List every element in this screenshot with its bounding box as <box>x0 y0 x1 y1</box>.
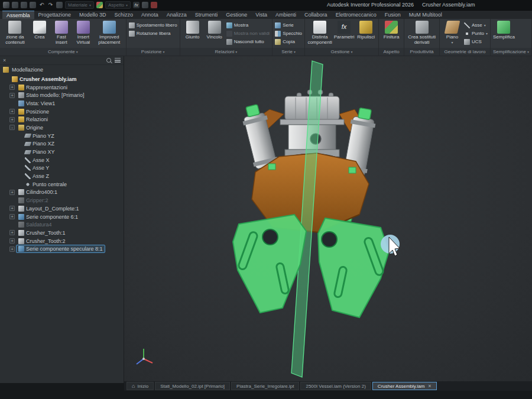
fast-insert-button[interactable]: Fast insert <box>51 20 72 45</box>
open-icon[interactable] <box>21 2 27 8</box>
crea-sostituti-derivati-button[interactable]: Crea sostituti derivati <box>407 20 437 45</box>
ribbon-tab-fusion[interactable]: Fusion <box>381 11 405 19</box>
nascondi-tutto-button[interactable]: Nascondi tutto <box>226 38 270 46</box>
tree-expander[interactable]: + <box>9 214 15 219</box>
tree-item[interactable]: +Serie componente speculare 8:1 <box>0 245 124 253</box>
insert-virtual-button[interactable]: Insert Virtual <box>73 20 93 45</box>
tree-item[interactable]: +Rappresentazioni <box>0 83 124 92</box>
tree-item[interactable]: Vista: View1 <box>0 99 124 108</box>
crea-button[interactable]: Crea <box>30 20 50 40</box>
tree-item-content[interactable]: Asse Y <box>23 164 51 171</box>
tree-item-content[interactable]: Serie componente 6:1 <box>17 213 80 220</box>
tree-item[interactable]: Asse X <box>0 156 124 164</box>
ribbon-tab-vista[interactable]: Vista <box>251 11 271 19</box>
vincolo-button[interactable]: Vincolo <box>205 20 225 40</box>
tree-item[interactable]: +Crusher_Tooth:2 <box>0 237 124 245</box>
tree-item[interactable]: Piano XZ <box>0 140 124 148</box>
ribbon-group-label-serie[interactable]: Serie▾ <box>273 48 304 56</box>
close-icon[interactable]: × <box>428 383 431 389</box>
tree-item-content[interactable]: Asse Z <box>23 173 51 180</box>
ucs-button[interactable]: UCS <box>464 38 488 46</box>
tree-item-content[interactable]: Cilindro400:1 <box>17 189 59 196</box>
material-dropdown[interactable]: Materiale ▾ <box>65 1 94 9</box>
tree-item-content[interactable]: Crusher_Tooth:2 <box>17 238 67 245</box>
ribbon-group-label-posizione[interactable]: Posizione▾ <box>126 48 180 56</box>
serie-button[interactable]: Serie <box>275 21 302 29</box>
tree-item-content[interactable]: Stato modello: [Primario] <box>17 92 86 99</box>
tree-item[interactable]: Piano XY <box>0 148 124 156</box>
tree-item[interactable]: +Relazioni <box>0 115 124 124</box>
tree-expander[interactable]: - <box>9 125 15 130</box>
screencast-icon[interactable] <box>151 2 157 8</box>
tree-item-content[interactable]: Crusher_Tooth:1 <box>17 229 67 236</box>
tree-item[interactable]: Crusher Assembly.iam <box>0 75 124 83</box>
tree-expander[interactable]: + <box>9 246 15 252</box>
tree-item[interactable]: Piano YZ <box>0 132 124 140</box>
undo-icon[interactable]: ↶ <box>38 2 45 8</box>
giunto-button[interactable]: Giunto <box>183 20 203 40</box>
ribbon-tab-modello-3d[interactable]: Modello 3D <box>75 11 111 19</box>
ribbon-tab-progettazione[interactable]: Progettazione <box>34 11 76 19</box>
tree-expander[interactable]: + <box>9 109 15 114</box>
body-mount-highlight-right[interactable] <box>349 167 356 173</box>
tree-item-content[interactable]: Crusher Assembly.iam <box>10 76 79 83</box>
tree-item-content[interactable]: Serie componente speculare 8:1 <box>17 245 105 252</box>
tree-item-content[interactable]: Layout_D_Complete:1 <box>17 205 81 212</box>
ripulisci-button[interactable]: Ripulisci <box>356 20 376 40</box>
tree-item[interactable]: Punto centrale <box>0 180 124 189</box>
parametri-button[interactable]: Parametri <box>334 20 354 40</box>
tree-item-content[interactable]: Posizione <box>17 108 51 115</box>
tree-expander[interactable]: + <box>9 230 15 235</box>
body-mount-highlight-left[interactable] <box>268 164 275 170</box>
panel-close-icon[interactable]: × <box>3 56 6 65</box>
ribbon-tab-elettromeccanico[interactable]: Elettromeccanico <box>332 11 381 19</box>
tree-item[interactable]: -Origine <box>0 124 124 132</box>
distinta-componenti-button[interactable]: Distinta componenti <box>307 20 332 45</box>
tree-item[interactable]: +Posizione <box>0 108 124 116</box>
doc-tab-crusher-assembly-iam[interactable]: Crusher Assembly.iam× <box>372 382 437 390</box>
tree-expander[interactable]: + <box>9 85 15 90</box>
zione-da-contenuti-button[interactable]: zione da contenuti <box>2 20 28 45</box>
spostamento-libero-button[interactable]: Spostamento libero <box>129 21 177 29</box>
redo-icon[interactable]: ↷ <box>47 2 54 8</box>
tree-item[interactable]: Gripper:2 <box>0 196 124 205</box>
ribbon-group-label-componente[interactable]: Componente▾ <box>0 48 126 56</box>
tree-item[interactable]: Saldatura4 <box>0 220 124 229</box>
tree-item[interactable]: Asse Y <box>0 164 124 173</box>
ribbon-group-label-aspetto[interactable]: Aspetto <box>379 48 404 56</box>
3d-model-view[interactable] <box>124 56 532 381</box>
tree-item[interactable]: +Stato modello: [Primario] <box>0 91 124 99</box>
right-top-mount-highlight[interactable] <box>358 108 372 119</box>
tree-item-content[interactable]: Punto centrale <box>23 181 69 188</box>
left-top-mount-highlight[interactable] <box>246 105 260 117</box>
tree-item-content[interactable]: Asse X <box>23 157 51 164</box>
doc-tab-stati-modello-02-ipt-primario[interactable]: Stati_Modello_02.ipt [Primario] <box>155 382 230 390</box>
measure-icon[interactable] <box>142 2 148 8</box>
tree-item-content[interactable]: Vista: View1 <box>17 100 57 107</box>
tree-expander[interactable]: + <box>9 238 15 244</box>
tree-item-content[interactable]: Saldatura4 <box>17 221 54 228</box>
ribbon-group-label-relazioni[interactable]: Relazioni▾ <box>180 48 272 56</box>
tree-expander[interactable]: + <box>9 190 15 195</box>
parameters-fx-icon[interactable] <box>133 2 140 8</box>
app-menu-icon[interactable] <box>3 2 9 8</box>
ribbon-group-label-gestione[interactable]: Gestione▾ <box>305 48 378 56</box>
tree-expander[interactable]: + <box>9 93 15 98</box>
color-swatch-icon[interactable] <box>96 2 103 8</box>
finitura-button[interactable]: Finitura <box>381 20 401 40</box>
improved-placement-button[interactable]: Improved placement <box>95 20 124 45</box>
tree-item-content[interactable]: Piano XY <box>23 148 57 155</box>
doc-tab-2500l-vessel-iam-version-2[interactable]: 2500l Vessel.iam (Version 2) <box>300 382 371 390</box>
specchio-button[interactable]: Specchio <box>275 30 302 37</box>
ribbon-tab-strumenti[interactable]: Strumenti <box>191 11 222 19</box>
tree-item[interactable]: +Layout_D_Complete:1 <box>0 205 124 213</box>
semplifica-button[interactable]: Semplifica <box>493 20 515 40</box>
ribbon-tab-assembla[interactable]: Assembla <box>2 11 34 19</box>
tree-item[interactable]: Asse Z <box>0 172 124 180</box>
rotazione-libera-button[interactable]: Rotazione libera <box>129 30 177 37</box>
save-icon[interactable] <box>30 2 36 8</box>
doc-tab-piastra-serie-irregolare-ipt[interactable]: Piastra_Serie_Irregolare.ipt <box>231 382 299 390</box>
asse-button[interactable]: Asse▾ <box>464 21 488 29</box>
ribbon-group-label-geometrie[interactable]: Geometrie di lavoro <box>440 48 490 56</box>
print-icon[interactable] <box>56 2 63 8</box>
